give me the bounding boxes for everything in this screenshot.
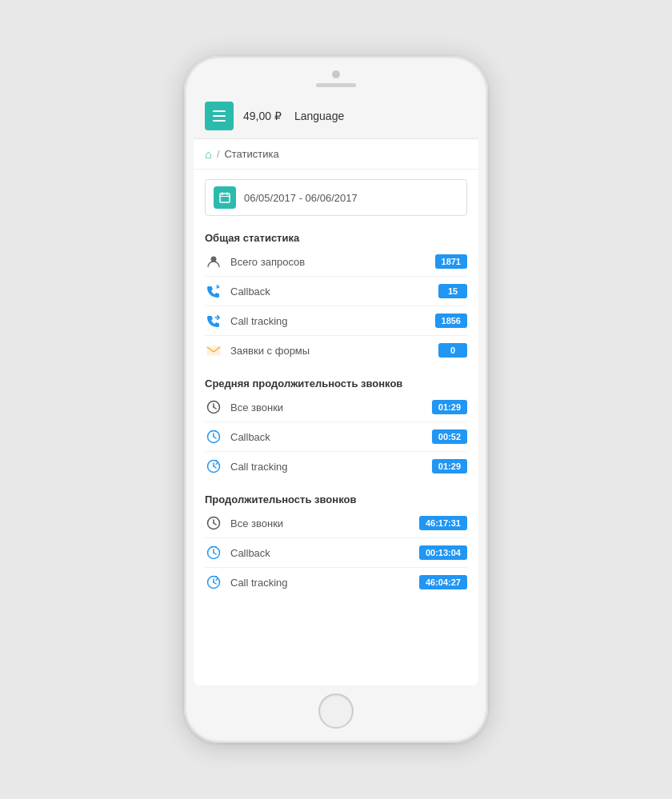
clock-all-icon xyxy=(205,398,222,416)
stat-label-0-2: Call tracking xyxy=(230,315,427,327)
stat-badge-0-1: 15 xyxy=(438,284,467,298)
stat-row-0-1[interactable]: Callback15 xyxy=(205,277,467,306)
stat-badge-2-1: 00:13:04 xyxy=(419,545,467,560)
stat-row-0-2[interactable]: Call tracking1856 xyxy=(205,306,467,336)
stats-sections: Общая статистика Всего запросов1871 Call… xyxy=(194,226,478,603)
callback-icon xyxy=(205,282,222,300)
stat-badge-0-2: 1856 xyxy=(435,314,467,328)
header-price: 49,00 ₽ xyxy=(243,110,282,122)
svg-line-24 xyxy=(214,582,216,584)
breadcrumb-home-icon[interactable]: ⌂ xyxy=(205,147,212,161)
stat-label-2-0: Все звонки xyxy=(230,517,411,529)
hamburger-icon xyxy=(213,110,226,122)
breadcrumb-current-page: Статистика xyxy=(224,148,278,160)
stat-label-1-0: Все звонки xyxy=(230,401,424,413)
clock-ct-icon xyxy=(205,573,222,591)
calltrack-icon xyxy=(205,312,222,330)
date-range-picker[interactable]: 06/05/2017 - 06/06/2017 xyxy=(205,179,467,216)
stat-badge-1-2: 01:29 xyxy=(432,459,467,473)
section-title-0: Общая статистика xyxy=(205,226,467,247)
clock-cb-icon xyxy=(205,544,222,561)
stat-row-0-0[interactable]: Всего запросов1871 xyxy=(205,247,467,277)
stat-row-2-0[interactable]: Все звонки46:17:31 xyxy=(205,509,467,538)
stats-section-0: Общая статистика Всего запросов1871 Call… xyxy=(194,226,478,371)
section-title-2: Продолжительность звонков xyxy=(205,487,467,509)
clock-all-icon xyxy=(205,514,222,532)
clock-ct-icon xyxy=(205,457,222,475)
date-range-value: 06/05/2017 - 06/06/2017 xyxy=(244,192,358,204)
breadcrumb: ⌂ / Статистика xyxy=(194,139,478,170)
stat-row-1-2[interactable]: Call tracking01:29 xyxy=(205,452,467,481)
stat-badge-0-3: 0 xyxy=(438,343,467,358)
stat-badge-0-0: 1871 xyxy=(435,254,467,269)
stat-label-2-1: Callback xyxy=(230,547,411,559)
stat-badge-1-1: 00:52 xyxy=(432,429,467,444)
stat-row-1-1[interactable]: Callback00:52 xyxy=(205,422,467,452)
svg-line-18 xyxy=(214,523,216,525)
svg-line-9 xyxy=(214,407,216,409)
home-button[interactable] xyxy=(318,693,354,729)
stat-row-0-3[interactable]: Заявки с формы0 xyxy=(205,336,467,365)
header-language[interactable]: Language xyxy=(294,110,344,122)
section-title-1: Средняя продолжительность звонков xyxy=(205,371,467,393)
phone-camera xyxy=(332,70,340,78)
phone-top xyxy=(194,70,478,87)
stat-badge-2-2: 46:04:27 xyxy=(419,575,467,589)
stat-row-2-2[interactable]: Call tracking46:04:27 xyxy=(205,568,467,597)
clock-cb-icon xyxy=(205,428,222,445)
svg-rect-0 xyxy=(220,194,230,202)
phone-bottom xyxy=(194,693,478,729)
form-icon xyxy=(205,342,222,359)
stat-label-1-2: Call tracking xyxy=(230,461,424,473)
svg-line-12 xyxy=(214,437,216,438)
svg-line-21 xyxy=(214,553,216,554)
person-icon xyxy=(205,253,222,270)
stats-section-1: Средняя продолжительность звонков Все зв… xyxy=(194,371,478,487)
stat-label-0-3: Заявки с формы xyxy=(230,345,430,357)
stat-badge-2-0: 46:17:31 xyxy=(419,516,467,530)
phone-frame: 49,00 ₽ Language ⌂ / Статистика 06/05/20… xyxy=(184,56,488,743)
svg-rect-6 xyxy=(207,346,220,355)
stat-label-2-2: Call tracking xyxy=(230,577,411,589)
stat-badge-1-0: 01:29 xyxy=(432,400,467,414)
breadcrumb-separator: / xyxy=(217,149,219,160)
stat-row-1-0[interactable]: Все звонки01:29 xyxy=(205,393,467,422)
stat-label-0-1: Callback xyxy=(230,286,430,298)
svg-line-15 xyxy=(214,466,216,468)
app-header: 49,00 ₽ Language xyxy=(194,94,478,139)
stat-label-1-1: Callback xyxy=(230,431,424,443)
phone-screen: 49,00 ₽ Language ⌂ / Статистика 06/05/20… xyxy=(194,94,478,685)
stats-section-2: Продолжительность звонков Все звонки46:1… xyxy=(194,487,478,603)
stat-label-0-0: Всего запросов xyxy=(230,256,427,268)
phone-speaker xyxy=(316,83,356,87)
stat-row-2-1[interactable]: Callback00:13:04 xyxy=(205,538,467,568)
menu-button[interactable] xyxy=(205,102,234,130)
calendar-icon xyxy=(214,186,236,209)
